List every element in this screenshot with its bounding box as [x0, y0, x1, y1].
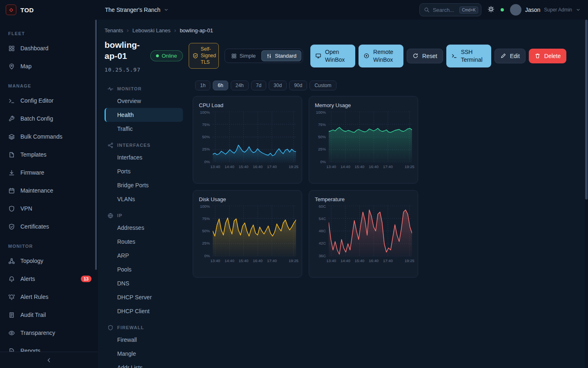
chart-card-memory-usage: Memory Usage100%75%50%25%0%13:4014:4015:…: [309, 96, 418, 184]
device-subnav: MONITOROverviewHealthTrafficINTERFACESIn…: [105, 79, 183, 368]
chevdown-icon: [164, 7, 169, 12]
remote-winbox-button[interactable]: Remote WinBox: [359, 45, 403, 67]
tenant-name: The Stranger's Ranch: [105, 7, 160, 13]
subnav-item-firewall[interactable]: Firewall: [105, 333, 183, 347]
grid-icon: [8, 45, 15, 52]
page-title: bowling-ap-01: [105, 39, 145, 62]
chart-plot: [213, 206, 296, 256]
chart-card-cpu-load: CPU Load100%75%50%25%0%13:4014:4015:4016…: [193, 96, 302, 184]
activity-icon: [107, 86, 114, 92]
time-range-custom[interactable]: Custom: [310, 81, 336, 90]
chart-plot: [329, 112, 412, 162]
sidebar-item-label: Alerts: [20, 276, 35, 282]
sidebar-item-firmware[interactable]: Firmware: [0, 164, 98, 182]
time-range-1h[interactable]: 1h: [195, 81, 210, 90]
time-range-6h[interactable]: 6h: [213, 81, 228, 90]
sidebar-section-label-monitor: MONITOR: [8, 244, 98, 249]
sun-icon: [488, 6, 494, 13]
sidebar-item-alerts[interactable]: Alerts13: [0, 270, 98, 288]
sidebar-item-audit-trail[interactable]: Audit Trail: [0, 306, 98, 324]
ssh-terminal-button[interactable]: SSH Terminal: [446, 45, 491, 67]
sidebar-item-vpn[interactable]: VPN: [0, 200, 98, 218]
edit-button[interactable]: Edit: [494, 49, 526, 63]
trash-icon: [535, 53, 541, 59]
app-logo[interactable]: TOD: [0, 4, 98, 15]
bellring-icon: [8, 294, 15, 301]
sidebar-scrollbar[interactable]: [95, 20, 97, 270]
reset-button[interactable]: Reset: [407, 49, 443, 63]
subnav-item-ports[interactable]: Ports: [105, 164, 183, 178]
subnav-item-overview[interactable]: Overview: [105, 94, 183, 108]
online-dot-icon: [156, 54, 159, 57]
eye-icon: [8, 330, 15, 337]
subnav-item-dhcp-server[interactable]: DHCP Server: [105, 290, 183, 304]
diamond-icon: [9, 7, 14, 13]
chart-y-axis: 100%75%50%25%0%: [315, 110, 329, 164]
subnav-group-firewall: FIREWALL: [107, 325, 183, 331]
subnav-item-health[interactable]: Health: [105, 108, 183, 122]
sidebar-item-certificates[interactable]: Certificates: [0, 218, 98, 236]
chevdown-icon: [576, 7, 581, 12]
toggle-option-standard[interactable]: Standard: [261, 50, 301, 61]
target-icon: [363, 53, 370, 59]
sidebar-collapse-button[interactable]: [0, 352, 98, 368]
sidebar-item-templates[interactable]: Templates: [0, 146, 98, 164]
cert-icon: [192, 53, 198, 59]
grid-icon: [231, 53, 237, 59]
sliders-icon: [266, 53, 272, 59]
topbar: TOD The Stranger's Ranch Search... Cmd+K…: [0, 0, 588, 20]
subnav-item-addr-lists[interactable]: Addr Lists: [105, 361, 183, 368]
sidebar-nav: FLEETDashboardMapMANAGEConfig EditorBatc…: [0, 31, 98, 360]
subnav-item-dns[interactable]: DNS: [105, 276, 183, 290]
download-icon: [8, 169, 15, 176]
sidebar-item-transparency[interactable]: Transparency: [0, 324, 98, 342]
sidebar-item-config-editor[interactable]: Config Editor: [0, 92, 98, 110]
tls-warning-badge: Self-Signed TLS: [189, 43, 219, 69]
subnav-item-arp[interactable]: ARP: [105, 249, 183, 263]
subnav-item-bridge-ports[interactable]: Bridge Ports: [105, 178, 183, 192]
subnav-item-vlans[interactable]: VLANs: [105, 192, 183, 206]
chart-title: CPU Load: [199, 102, 296, 108]
sidebar-item-dashboard[interactable]: Dashboard: [0, 39, 98, 57]
chart-title: Disk Usage: [199, 196, 296, 202]
time-range-90d[interactable]: 90d: [289, 81, 307, 90]
subnav-item-mangle[interactable]: Mangle: [105, 347, 183, 361]
user-menu[interactable]: Jason Super Admin: [510, 4, 581, 16]
globe-icon: [107, 213, 114, 219]
open-winbox-button[interactable]: Open WinBox: [310, 45, 355, 67]
breadcrumb-separator: ›: [127, 27, 129, 34]
user-name: Jason: [525, 7, 540, 13]
sidebar-item-maintenance[interactable]: Maintenance: [0, 182, 98, 200]
sidebar-item-bulk-commands[interactable]: Bulk Commands: [0, 128, 98, 146]
breadcrumb-item-tenants[interactable]: Tenants: [105, 27, 123, 34]
subnav-item-dhcp-client[interactable]: DHCP Client: [105, 304, 183, 318]
time-range-30d[interactable]: 30d: [269, 81, 287, 90]
pin-icon: [8, 63, 15, 70]
subnav-item-pools[interactable]: Pools: [105, 263, 183, 276]
sidebar-item-batch-config[interactable]: Batch Config: [0, 110, 98, 128]
avatar: [510, 4, 521, 16]
trash-icon: [535, 53, 541, 59]
delete-button[interactable]: Delete: [529, 49, 566, 63]
time-range-24h[interactable]: 24h: [231, 81, 249, 90]
breadcrumb-item-lebowski-lanes[interactable]: Lebowski Lanes: [132, 27, 170, 34]
subnav-item-addresses[interactable]: Addresses: [105, 221, 183, 235]
theme-toggle[interactable]: [488, 6, 494, 14]
page-scrollbar[interactable]: [585, 20, 588, 368]
time-range-7d[interactable]: 7d: [251, 81, 266, 90]
tenant-selector[interactable]: The Stranger's Ranch: [105, 7, 169, 13]
page-scrollbar-thumb[interactable]: [585, 20, 588, 200]
toggle-option-simple[interactable]: Simple: [226, 50, 261, 61]
subnav-item-routes[interactable]: Routes: [105, 235, 183, 249]
subnav-item-interfaces[interactable]: Interfaces: [105, 150, 183, 164]
status-badge: Online: [150, 50, 183, 61]
subnav-item-traffic[interactable]: Traffic: [105, 122, 183, 136]
search-input[interactable]: Search... Cmd+K: [419, 3, 481, 16]
shield-icon: [8, 205, 15, 212]
sidebar-section-label-fleet: FLEET: [8, 31, 98, 36]
sidebar-item-topology[interactable]: Topology: [0, 252, 98, 270]
sidebar-item-map[interactable]: Map: [0, 57, 98, 75]
subnav-group-interfaces: INTERFACES: [107, 142, 183, 148]
sidebar-item-alert-rules[interactable]: Alert Rules: [0, 288, 98, 306]
sun-icon: [488, 6, 494, 13]
